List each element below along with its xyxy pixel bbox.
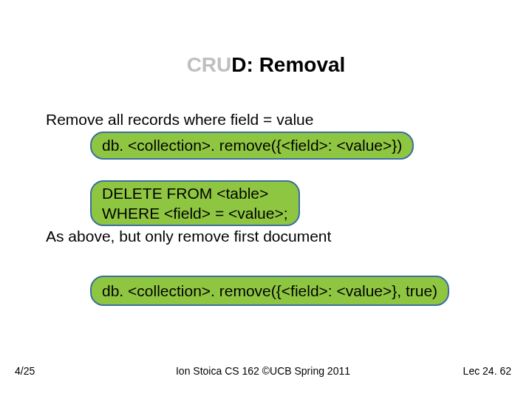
slide-title: CRUD: Removal [0, 53, 532, 77]
footer-lecture-number: Lec 24. 62 [463, 365, 511, 377]
description-remove-first: As above, but only remove first document [46, 226, 502, 247]
sql-line-1: DELETE FROM <table> [102, 183, 288, 203]
mongo-remove-first-code: db. <collection>. remove({<field>: <valu… [90, 276, 449, 306]
footer-attribution: Ion Stoica CS 162 ©UCB Spring 2011 [15, 365, 511, 377]
code-bubble-wrap-1: db. <collection>. remove({<field>: <valu… [90, 132, 502, 159]
description-remove-all: Remove all records where field = value [46, 109, 502, 130]
sql-delete-code: DELETE FROM <table> WHERE <field> = <val… [90, 180, 300, 227]
mongo-remove-code: db. <collection>. remove({<field>: <valu… [90, 132, 414, 159]
slide-content: Remove all records where field = value d… [46, 109, 502, 306]
title-rest: : Removal [247, 53, 346, 76]
code-bubble-wrap-3: db. <collection>. remove({<field>: <valu… [90, 276, 502, 306]
title-faded-prefix: CRU [187, 53, 232, 76]
title-dark-letter: D [231, 53, 246, 76]
sql-line-2: WHERE <field> = <value>; [102, 203, 288, 223]
